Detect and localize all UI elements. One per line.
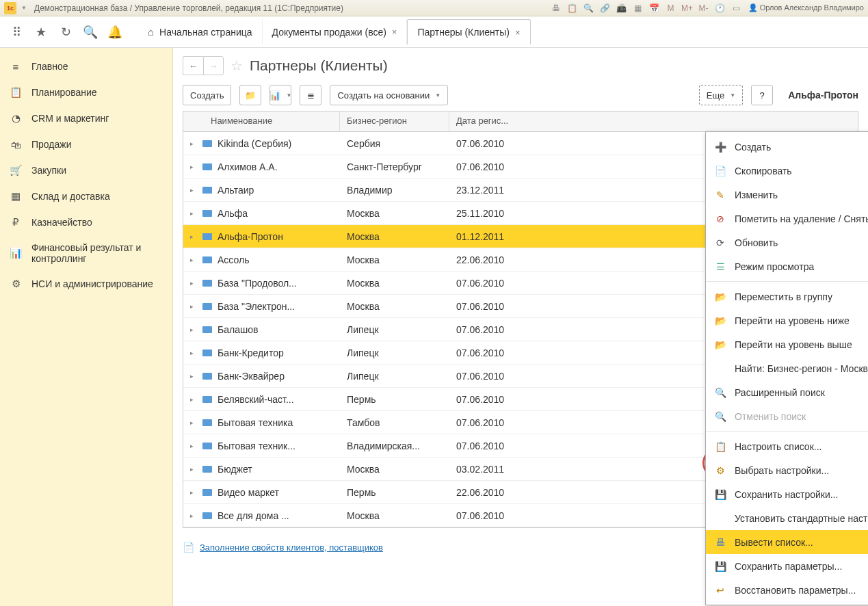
reports-button[interactable]: 📊▼ (269, 85, 291, 105)
clipboard-icon[interactable]: 📋 (566, 2, 579, 14)
create-button[interactable]: Создать (183, 85, 231, 105)
expand-icon[interactable]: ▸ (190, 163, 197, 170)
menu-label: Перейти на уровень ниже (735, 315, 868, 326)
row-name: Балашов (218, 324, 258, 335)
expand-icon[interactable]: ▸ (190, 489, 197, 496)
menu-item[interactable]: 📋Настроить список... (706, 434, 868, 458)
nav-fwd-button[interactable]: → (203, 56, 224, 75)
print-icon[interactable]: 🖶 (550, 2, 562, 14)
expand-icon[interactable]: ▸ (190, 326, 197, 333)
expand-icon[interactable]: ▸ (190, 256, 197, 263)
star-icon[interactable]: ★ (31, 23, 51, 42)
menu-item[interactable]: ⟳ОбновитьF5 (706, 230, 868, 254)
apps-icon[interactable]: ⠿ (7, 23, 26, 42)
sidebar-item-nsi[interactable]: ⚙НСИ и администрирование (0, 271, 172, 297)
time-icon[interactable]: 🕐 (714, 2, 726, 14)
row-region: Липецк (340, 371, 449, 382)
nav-back-button[interactable]: ← (183, 56, 203, 75)
close-icon[interactable]: × (392, 27, 397, 37)
menu-item[interactable]: 💾Сохранить настройки... (706, 482, 868, 506)
link-icon[interactable]: 🔗 (599, 2, 611, 14)
search-icon[interactable]: 🔍 (81, 23, 100, 42)
menu-label: Расширенный поиск (735, 387, 868, 398)
list-button[interactable]: ≣ (300, 85, 321, 105)
create-based-button[interactable]: Создать на основании▼ (330, 85, 448, 105)
row-name: Бытовая техника (218, 417, 293, 428)
tab-documents[interactable]: Документы продажи (все) × (263, 19, 408, 44)
help-button[interactable]: ? (751, 85, 773, 105)
refresh-icon: ⟳ (714, 237, 726, 249)
menu-item[interactable]: 📂Перейти на уровень нижеCtrl+Down (706, 308, 868, 332)
expand-icon[interactable]: ▸ (190, 140, 197, 147)
window-icon[interactable]: ▭ (731, 2, 743, 14)
calc-icon[interactable]: 📠 (616, 2, 628, 14)
fill-properties-link[interactable]: Заполнение свойств клиентов, поставщиков (200, 542, 383, 553)
menu-item[interactable]: 📂Перейти на уровень вышеCtrl+Up (706, 332, 868, 356)
create-folder-button[interactable]: 📁 (239, 85, 261, 105)
expand-icon[interactable]: ▸ (190, 280, 197, 287)
row-name: Бытовая техник... (218, 440, 295, 451)
row-name: Ассоль (218, 254, 249, 265)
more-button[interactable]: Еще▼ (699, 85, 743, 105)
clipboard-icon: 📋 (10, 86, 22, 98)
sidebar-item-warehouse[interactable]: ▦Склад и доставка (0, 183, 172, 209)
menu-item[interactable]: Найти: Бизнес-регион - МоскваCtrl+Alt+F (706, 356, 868, 380)
bell-icon[interactable]: 🔔 (105, 23, 124, 42)
menu-item[interactable]: 🔍Расширенный поискAlt+F (706, 380, 868, 404)
row-region: Владимирская... (340, 440, 449, 451)
history-icon[interactable]: ↻ (56, 23, 75, 42)
sidebar-item-finresult[interactable]: 📊Финансовый результат и контроллинг (0, 235, 172, 271)
expand-icon[interactable]: ▸ (190, 303, 197, 310)
user-name[interactable]: 👤 Орлов Александр Владимиро (748, 3, 864, 12)
sidebar-item-planning[interactable]: 📋Планирование (0, 79, 172, 105)
expand-icon[interactable]: ▸ (190, 466, 197, 473)
close-icon[interactable]: × (515, 27, 521, 38)
expand-icon[interactable]: ▸ (190, 443, 197, 449)
col-date[interactable]: Дата регис... (449, 111, 858, 131)
expand-icon[interactable]: ▸ (190, 233, 197, 240)
del-icon: ⊘ (714, 213, 726, 225)
tab-home[interactable]: ⌂ Начальная страница (138, 19, 263, 44)
menu-label: Режим просмотра (735, 261, 868, 272)
menu-item[interactable]: ⚙Выбрать настройки... (706, 458, 868, 482)
sidebar-item-purchases[interactable]: 🛒Закупки (0, 157, 172, 183)
menu-item[interactable]: 📄СкопироватьF9 (706, 159, 868, 183)
folder-icon (202, 373, 212, 380)
mem-m[interactable]: M (665, 2, 677, 14)
calendar-icon[interactable]: 📅 (648, 2, 661, 14)
content-area: ← → ☆ Партнеры (Клиенты) Создать 📁 📊▼ ≣ … (173, 48, 868, 606)
edit-icon: ✎ (714, 189, 726, 201)
grid-icon[interactable]: ▦ (632, 2, 644, 14)
expand-icon[interactable]: ▸ (190, 210, 197, 217)
main-toolbar: ⠿ ★ ↻ 🔍 🔔 ⌂ Начальная страница Документы… (0, 16, 868, 48)
sidebar-item-sales[interactable]: 🛍Продажи (0, 131, 172, 157)
menu-item[interactable]: 🖶Вывести список... (706, 530, 868, 554)
sidebar-item-treasury[interactable]: ₽Казначейство (0, 209, 172, 235)
menu-item[interactable]: ✎ИзменитьF2 (706, 183, 868, 207)
menu-item[interactable]: ↩Восстановить параметры... (706, 578, 868, 602)
expand-icon[interactable]: ▸ (190, 373, 197, 380)
expand-icon[interactable]: ▸ (190, 396, 197, 403)
menu-item[interactable]: 💾Сохранить параметры... (706, 554, 868, 578)
expand-icon[interactable]: ▸ (190, 512, 197, 519)
expand-icon[interactable]: ▸ (190, 187, 197, 194)
mem-mplus[interactable]: M+ (681, 2, 694, 14)
col-region[interactable]: Бизнес-регион (340, 111, 449, 131)
menu-item[interactable]: 📂Переместить в группуCtrl+Shift+M (706, 285, 868, 308)
search-icon[interactable]: 🔍 (583, 2, 595, 14)
favorite-star-icon[interactable]: ☆ (231, 57, 243, 74)
sidebar-item-crm[interactable]: ◔CRM и маркетинг (0, 105, 172, 131)
menu-item[interactable]: ➕СоздатьIns (706, 135, 868, 159)
menu-item[interactable]: 🔍Отменить поискCtrl+Q (706, 404, 868, 428)
page-title: Партнеры (Клиенты) (250, 57, 388, 74)
expand-icon[interactable]: ▸ (190, 350, 197, 356)
expand-icon[interactable]: ▸ (190, 419, 197, 426)
titlebar-dropdown-icon[interactable]: ▼ (19, 3, 29, 13)
menu-item[interactable]: ⊘Пометить на удаление / Снять пометкуDel (706, 207, 868, 230)
tab-partners[interactable]: Партнеры (Клиенты) × (407, 19, 530, 44)
col-name[interactable]: Наименование (183, 111, 340, 131)
menu-item[interactable]: Установить стандартные настройки (706, 506, 868, 530)
mem-mminus[interactable]: M- (698, 2, 710, 14)
sidebar-item-main[interactable]: ≡Главное (0, 53, 172, 79)
menu-item[interactable]: ☰Режим просмотра▶ (706, 254, 868, 278)
